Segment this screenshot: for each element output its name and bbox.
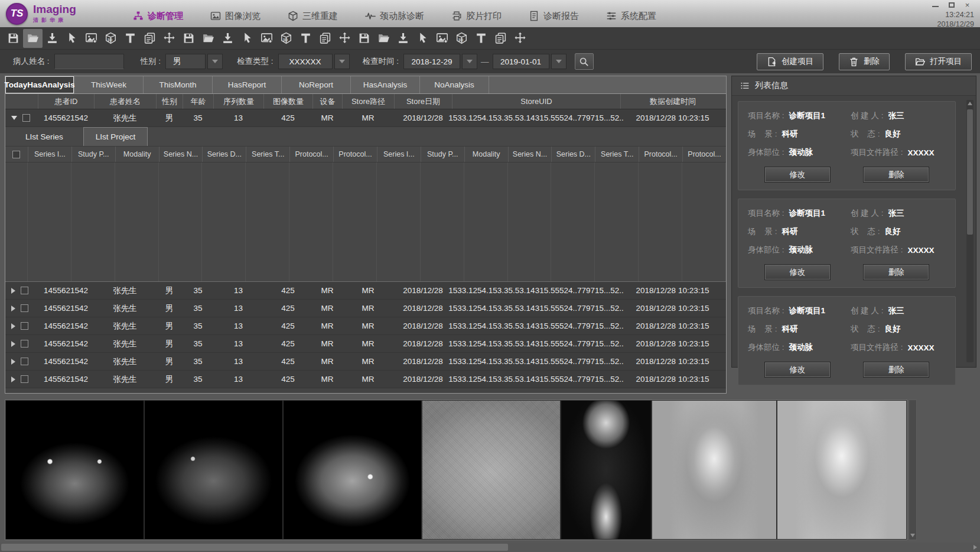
image-icon[interactable]	[82, 29, 101, 48]
gender-value[interactable]: 男	[165, 54, 206, 69]
series-column-header[interactable]: Protocol...	[639, 147, 682, 162]
expand-icon[interactable]	[11, 306, 15, 311]
column-header[interactable]: 患者ID	[38, 94, 94, 109]
save-icon[interactable]	[179, 29, 198, 48]
menu-item-2[interactable]: 三维重建	[288, 11, 338, 22]
row-checkbox[interactable]	[21, 340, 28, 348]
mri-coronal-dark-thumb[interactable]	[561, 401, 651, 539]
horizontal-scrollbar-thumb[interactable]	[1, 544, 508, 551]
series-column-header[interactable]: Series D...	[202, 147, 246, 162]
image-icon[interactable]	[432, 29, 452, 48]
gender-dropdown-button[interactable]	[207, 54, 223, 69]
open-project-button[interactable]: 打开项目	[905, 53, 972, 70]
minimize-button[interactable]	[927, 0, 943, 9]
column-header[interactable]: 数据创建时间	[620, 94, 725, 109]
tab-NoReport[interactable]: NoReport	[282, 76, 351, 93]
delete-button[interactable]: 删除	[863, 264, 929, 280]
row-checkbox[interactable]	[21, 358, 28, 365]
scroll-down-icon[interactable]	[910, 534, 915, 537]
open-folder-icon[interactable]	[198, 29, 218, 48]
create-project-button[interactable]: 创建项目	[757, 53, 823, 70]
series-column-header[interactable]: Protocol...	[682, 147, 726, 162]
patient-row[interactable]: 1455621542张先生男3513425MRMR2018/12/281533.…	[5, 282, 726, 300]
mri-coronal-light-thumb-1[interactable]	[652, 401, 776, 539]
text-icon[interactable]	[121, 29, 140, 48]
menu-item-4[interactable]: 胶片打印	[451, 11, 502, 22]
open-folder-icon[interactable]	[23, 29, 43, 48]
series-column-header[interactable]: Series T...	[246, 147, 289, 162]
patient-row[interactable]: 1455621542张先生男3513425MRMR2018/12/281533.…	[5, 300, 726, 317]
text-icon[interactable]	[296, 29, 315, 48]
delete-button[interactable]: 删除	[839, 53, 890, 70]
column-header[interactable]: Store日期	[394, 94, 452, 109]
series-column-header[interactable]: Study P...	[421, 147, 464, 162]
patient-row[interactable]: 1455621542张先生男3513425MRMR2018/12/281533.…	[5, 317, 726, 335]
close-button[interactable]: ×	[959, 0, 975, 9]
expand-icon[interactable]	[11, 341, 15, 347]
scroll-up-icon[interactable]	[968, 102, 972, 105]
series-column-header[interactable]: Protocol...	[289, 147, 333, 162]
mri-axial-thumb-1[interactable]	[6, 401, 144, 539]
row-checkbox[interactable]	[21, 304, 28, 312]
exam-type-value[interactable]: XXXXXX	[278, 54, 333, 69]
delete-button[interactable]: 删除	[863, 167, 929, 183]
cube-3d-icon[interactable]: 3D	[276, 29, 296, 48]
modify-button[interactable]: 修改	[764, 167, 831, 183]
patient-name-input[interactable]	[54, 54, 124, 69]
column-header[interactable]: 年龄	[183, 94, 213, 109]
date-from-value[interactable]: 2018-12-29	[403, 54, 460, 69]
tab-HasReport[interactable]: HasReport	[213, 76, 282, 93]
import-icon[interactable]	[218, 29, 237, 48]
menu-item-1[interactable]: 图像浏览	[210, 11, 261, 22]
modify-button[interactable]: 修改	[764, 264, 831, 280]
thumbnail-vertical-scrollbar[interactable]	[909, 400, 917, 540]
horizontal-scrollbar[interactable]	[0, 543, 980, 552]
column-header[interactable]: 设备	[312, 94, 342, 109]
import-icon[interactable]	[393, 29, 413, 48]
header-checkbox[interactable]	[12, 151, 20, 158]
move-icon[interactable]	[510, 29, 530, 48]
tab-TodayHasAnalysis[interactable]: TodayHasAnalysis	[5, 76, 74, 93]
collapse-icon[interactable]	[11, 116, 17, 120]
column-header[interactable]: 性别	[156, 94, 183, 109]
menu-item-6[interactable]: 系统配置	[606, 11, 656, 22]
row-checkbox[interactable]	[22, 114, 30, 122]
series-column-header[interactable]: Series N...	[159, 147, 203, 162]
series-column-header[interactable]: Series N...	[508, 147, 552, 162]
expand-icon[interactable]	[11, 288, 15, 294]
menu-item-5[interactable]: 诊断报告	[529, 11, 579, 22]
documents-icon[interactable]	[315, 29, 335, 48]
date-to-value[interactable]: 2019-01-01	[493, 54, 549, 69]
series-column-header[interactable]: Protocol...	[333, 147, 377, 162]
save-icon[interactable]	[354, 29, 374, 48]
panel-scrollbar-thumb[interactable]	[967, 109, 973, 235]
panel-scrollbar[interactable]	[966, 100, 974, 362]
column-header[interactable]: 患者姓名	[94, 94, 156, 109]
series-column-header[interactable]: Series D...	[551, 147, 595, 162]
cursor-icon[interactable]	[413, 29, 432, 48]
image-icon[interactable]	[257, 29, 276, 48]
cursor-icon[interactable]	[62, 29, 82, 48]
series-column-header[interactable]: Modality	[464, 147, 508, 162]
column-header[interactable]: 序列数量	[213, 94, 263, 109]
menu-item-3[interactable]: 颈动脉诊断	[365, 11, 424, 22]
patient-row[interactable]: 1455621542张先生男3513425MRMR2018/12/281533.…	[5, 353, 726, 371]
move-icon[interactable]	[159, 29, 179, 48]
series-column-header[interactable]: Series I...	[377, 147, 421, 162]
date-to-dropdown-button[interactable]	[551, 54, 566, 69]
detail-tab-1[interactable]: LIst Project	[83, 127, 148, 146]
row-checkbox[interactable]	[21, 287, 28, 294]
import-icon[interactable]	[43, 29, 62, 48]
patient-row[interactable]: 1455621542张先生男3513425MRMR2018/12/281533.…	[5, 371, 726, 388]
expand-icon[interactable]	[11, 359, 15, 365]
row-checkbox[interactable]	[21, 322, 28, 330]
row-checkbox[interactable]	[21, 375, 28, 383]
mri-axial-thumb-3[interactable]	[284, 401, 421, 539]
delete-button[interactable]: 删除	[863, 362, 929, 378]
mri-coronal-light-thumb-2[interactable]	[777, 401, 906, 539]
series-column-header[interactable]: Series T...	[595, 147, 639, 162]
exam-type-dropdown-button[interactable]	[334, 54, 350, 69]
save-icon[interactable]	[4, 29, 23, 48]
patient-row[interactable]: 1455621542张先生男3513425MRMR2018/12/281533.…	[5, 335, 726, 353]
date-from-dropdown-button[interactable]	[462, 54, 477, 69]
